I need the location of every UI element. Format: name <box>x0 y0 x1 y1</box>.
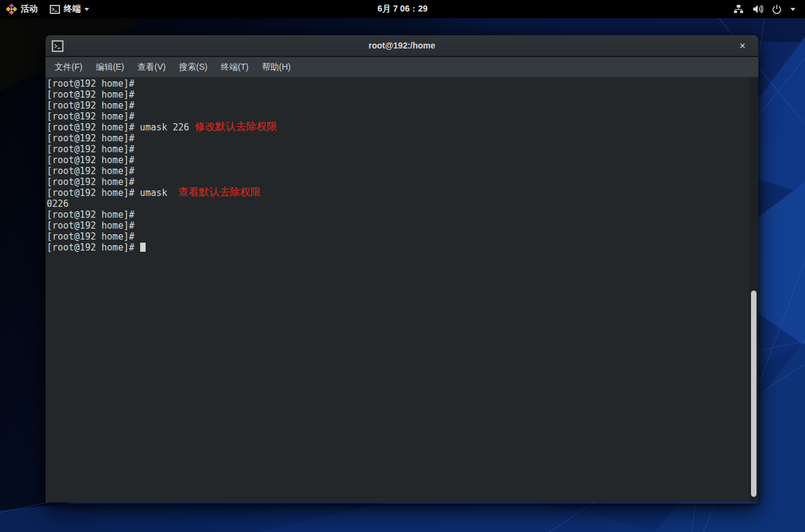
terminal-cursor <box>140 243 146 252</box>
terminal-content[interactable]: [root@192 home]#[root@192 home]#[root@19… <box>45 77 758 502</box>
terminal-line: [root@192 home]# <box>47 100 758 111</box>
terminal-line: [root@192 home]# <box>47 220 758 231</box>
terminal-line: [root@192 home]# <box>47 155 758 166</box>
chevron-down-icon <box>84 8 89 11</box>
terminal-line-text: [root@192 home]# <box>47 133 135 144</box>
menu-item-2[interactable]: 编辑(E) <box>89 59 131 76</box>
terminal-line: [root@192 home]# <box>47 166 758 177</box>
terminal-window-icon <box>52 40 64 52</box>
terminal-line-text: [root@192 home]# <box>47 111 135 122</box>
terminal-line: [root@192 home]# <box>47 144 758 155</box>
terminal-line-text: [root@192 home]# <box>47 231 135 242</box>
terminal-line: [root@192 home]# <box>47 78 758 89</box>
terminal-line: [root@192 home]# <box>47 242 758 253</box>
menu-bar: 文件(F)编辑(E)查看(V)搜索(S)终端(T)帮助(H) <box>45 57 758 77</box>
distro-logo-icon <box>6 4 17 15</box>
window-titlebar[interactable]: root@192:/home × <box>45 35 758 57</box>
terminal-line-text: [root@192 home]# <box>47 78 135 89</box>
terminal-line: [root@192 home]# <box>47 89 758 100</box>
terminal-line-text: [root@192 home]# <box>47 89 135 100</box>
terminal-window: root@192:/home × 文件(F)编辑(E)查看(V)搜索(S)终端(… <box>45 35 758 503</box>
terminal-line: [root@192 home]# <box>47 111 758 122</box>
terminal-line: 0226 <box>47 198 758 209</box>
close-button[interactable]: × <box>734 35 751 57</box>
desktop: 活动 终端 6月 7 06：29 <box>0 0 805 532</box>
terminal-line: [root@192 home]# <box>47 231 758 242</box>
terminal-line-text: [root@192 home]# <box>47 220 135 231</box>
terminal-line-text: [root@192 home]# <box>47 155 135 166</box>
top-bar: 活动 终端 6月 7 06：29 <box>0 0 805 18</box>
terminal-lines: [root@192 home]#[root@192 home]#[root@19… <box>47 78 758 253</box>
annotation-text: 查看默认去除权限 <box>178 186 261 198</box>
menu-item-3[interactable]: 查看(V) <box>131 59 173 76</box>
activities-label: 活动 <box>21 4 38 15</box>
terminal-line-text: [root@192 home]# umask <box>47 187 178 198</box>
annotation-text: 修改默认去除权限 <box>195 121 277 132</box>
menu-item-4[interactable]: 搜索(S) <box>172 59 214 76</box>
menu-item-6[interactable]: 帮助(H) <box>255 59 297 76</box>
terminal-line: [root@192 home]# umask 226 修改默认去除权限 <box>47 122 758 133</box>
window-title: root@192:/home <box>45 41 758 50</box>
terminal-line-text: [root@192 home]# <box>47 177 135 187</box>
terminal-app-icon <box>50 5 60 14</box>
focused-app-menu[interactable]: 终端 <box>44 0 95 18</box>
network-icon <box>733 4 744 14</box>
terminal-line-text: [root@192 home]# <box>47 242 140 253</box>
focused-app-label: 终端 <box>64 4 81 15</box>
menu-item-1[interactable]: 文件(F) <box>48 59 89 76</box>
terminal-line-text: [root@192 home]# <box>47 100 135 111</box>
power-icon <box>772 4 782 15</box>
terminal-line-text: 0226 <box>47 198 69 209</box>
terminal-line-text: [root@192 home]# <box>47 209 135 220</box>
terminal-line: [root@192 home]# umask 查看默认去除权限 <box>47 187 758 198</box>
terminal-line-text: [root@192 home]# <box>47 166 135 177</box>
scrollbar-thumb[interactable] <box>751 291 756 497</box>
volume-icon <box>752 4 763 14</box>
terminal-line: [root@192 home]# <box>47 133 758 144</box>
terminal-line-text: [root@192 home]# <box>47 144 135 155</box>
terminal-line: [root@192 home]# <box>47 209 758 220</box>
system-status-area[interactable] <box>729 4 800 15</box>
clock[interactable]: 6月 7 06：29 <box>377 4 428 15</box>
activities-button[interactable]: 活动 <box>0 0 44 18</box>
terminal-line: [root@192 home]# <box>47 177 758 187</box>
menu-item-5[interactable]: 终端(T) <box>214 59 255 76</box>
terminal-line-text: [root@192 home]# umask 226 <box>47 122 195 133</box>
chevron-down-icon <box>790 8 795 11</box>
scrollbar-track[interactable] <box>749 77 758 502</box>
